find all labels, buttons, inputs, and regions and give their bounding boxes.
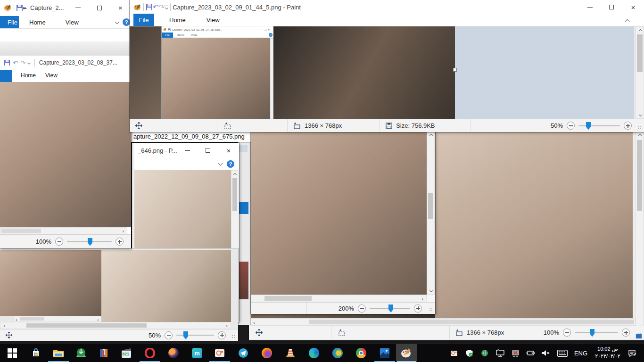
taskbar-icon-store[interactable] [25,344,47,362]
minimize-button[interactable] [67,0,89,16]
tab-view[interactable]: View [200,14,226,26]
zoom-slider[interactable] [67,241,112,242]
vertical-scrollbar[interactable] [636,26,644,119]
taskbar-icon-smplayer[interactable] [162,344,185,362]
taskbar-icon-chrome[interactable] [350,344,372,362]
zoom-out-button[interactable] [567,122,575,130]
tab-home[interactable]: Home [23,16,52,28]
zoom-in-button[interactable] [624,122,632,130]
undo-icon[interactable]: ↶ [153,3,159,11]
taskbar-icon-cent-browser[interactable] [326,344,349,362]
start-button[interactable] [1,344,24,362]
horizontal-scrollbar-small[interactable]: ‹ › [13,316,101,322]
zoom-out-button[interactable] [55,238,63,246]
scrollbar-thumb[interactable] [26,323,147,328]
tray-icon-touchpad-off[interactable] [508,344,522,362]
zoom-out-button[interactable] [563,329,571,337]
save-icon[interactable] [146,4,153,11]
tray-icon-idm[interactable] [478,344,492,362]
corner-window-icon[interactable] [636,334,642,339]
image-placeholder[interactable] [251,131,427,295]
quick-access-menu-icon[interactable] [165,6,168,9]
taskbar-icon-opera[interactable] [139,344,161,362]
zoom-slider-thumb[interactable] [590,329,594,337]
scroll-left-icon[interactable]: ‹ [1,323,7,329]
background-window-title-strip[interactable]: apture_2022_12_09_09_08_27_675.png [131,131,252,142]
tray-icon-keyboard[interactable] [555,344,570,362]
maximize-button[interactable] [89,0,110,16]
tray-icon-volume-muted[interactable] [538,344,553,362]
minimize-button[interactable] [177,143,198,158]
resize-grip[interactable] [231,335,236,339]
taskbar-icon-mpc-hc[interactable]: 321 [115,344,138,362]
zoom-in-button[interactable] [116,238,124,246]
scroll-right-icon[interactable]: › [224,323,230,329]
tray-icon-ocam[interactable] [447,344,461,362]
scrollbar-thumb[interactable] [20,317,44,321]
vertical-scrollbar[interactable] [427,131,435,295]
taskbar-icon-telegram[interactable] [232,344,255,362]
horizontal-scrollbar[interactable]: › [0,227,127,234]
zoom-slider[interactable] [578,125,620,126]
scroll-right-icon[interactable]: › [120,228,126,234]
tray-icon-battery[interactable] [523,344,537,362]
zoom-slider-thumb[interactable] [183,331,188,339]
zoom-slider[interactable] [370,308,410,309]
scroll-up-icon[interactable] [637,28,643,33]
zoom-slider[interactable] [575,332,618,333]
scroll-left-icon[interactable]: ‹ [251,320,257,325]
taskbar-icon-file-explorer[interactable] [47,344,70,362]
help-icon[interactable]: ? [123,18,130,26]
horizontal-scrollbar[interactable]: › [251,295,427,302]
redo-icon[interactable]: ↷ [159,3,165,11]
tab-file[interactable]: File [133,14,154,26]
selection-handle[interactable] [453,68,457,72]
taskbar-icon-firefox[interactable] [256,344,278,362]
image-placeholder[interactable] [0,250,101,316]
tray-icon-display[interactable] [493,344,507,362]
horizontal-scrollbar[interactable]: ‹ [250,318,636,326]
close-button[interactable]: × [110,0,131,16]
zoom-in-button[interactable] [414,304,422,313]
image-placeholder[interactable] [273,26,455,119]
scroll-up-icon[interactable] [428,132,434,138]
taskbar-clock[interactable]: 10:02 ص ٢٠٢٣/٠٣/٠٢ [591,346,624,360]
language-indicator[interactable]: ENG [571,344,590,362]
scroll-up-icon[interactable] [637,132,643,138]
minimize-button[interactable] [579,0,601,14]
scroll-down-icon[interactable] [637,112,643,117]
tab-home[interactable]: Home [163,14,192,26]
image-placeholder[interactable] [101,250,231,322]
zoom-slider-thumb[interactable] [88,238,92,246]
scrollbar-thumb[interactable] [637,34,643,72]
maximize-button[interactable] [198,143,218,158]
taskbar-icon-ocam[interactable] [208,344,231,362]
tab-view[interactable]: View [59,16,85,28]
save-icon[interactable] [16,4,23,11]
help-icon[interactable]: ? [227,160,234,168]
canvas-empty-area[interactable] [455,26,634,119]
zoom-out-button[interactable] [165,331,173,339]
zoom-in-button[interactable] [622,329,630,337]
image-placeholder[interactable] [0,82,131,227]
tray-icon-defender[interactable] [462,344,476,362]
canvas[interactable]: Capture_2023_03_02_08_37_28_510... — □ ×… [130,26,644,119]
scrollbar-thumb[interactable] [1,229,41,233]
zoom-slider[interactable] [176,335,214,336]
notification-center-icon[interactable] [625,344,639,362]
scrollbar-thumb[interactable] [264,296,312,301]
taskbar-icon-edge[interactable] [303,344,325,362]
maximize-button[interactable] [601,0,622,14]
title-bar[interactable]: _646.png - P... × [132,143,239,158]
tab-file[interactable]: File [0,16,19,28]
taskbar-icon-vlc[interactable] [279,344,302,362]
close-button[interactable]: × [622,0,644,14]
taskbar-icon-winrar[interactable] [92,344,115,362]
title-bar[interactable]: ▸▸ Capture_2... × [0,0,131,16]
horizontal-scrollbar[interactable]: ‹ › [0,322,231,329]
taskbar-icon-idm[interactable] [70,344,92,362]
ribbon-expand-icon[interactable] [218,161,223,166]
zoom-out-button[interactable] [358,304,366,313]
quick-access-expand-icon[interactable]: ▸▸ [23,5,26,10]
zoom-slider-thumb[interactable] [388,304,393,313]
